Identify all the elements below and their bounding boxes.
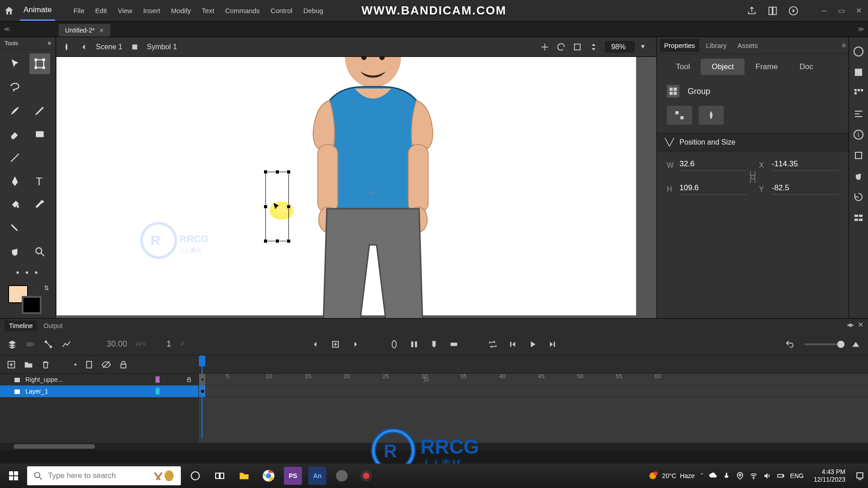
w-value[interactable]: 32.6 bbox=[679, 160, 746, 171]
selection-tool[interactable] bbox=[5, 53, 25, 74]
chrome-icon-2[interactable] bbox=[333, 467, 351, 485]
frame-strip-1[interactable] bbox=[199, 385, 868, 397]
timeline-zoom-slider[interactable] bbox=[805, 343, 841, 345]
inner-tab-frame[interactable]: Frame bbox=[745, 59, 788, 75]
tools-menu-icon[interactable]: ≡ bbox=[47, 40, 51, 47]
handle-se[interactable] bbox=[287, 239, 291, 243]
selection-bounding-box[interactable] bbox=[265, 172, 289, 241]
handle-sw[interactable] bbox=[264, 239, 268, 243]
layer-row-1[interactable]: Layer_1 bbox=[0, 385, 868, 397]
hand-tool[interactable] bbox=[5, 241, 25, 262]
text-tool[interactable]: T bbox=[29, 171, 50, 192]
keyframe-cell-1[interactable] bbox=[199, 385, 205, 397]
tray-chevron-icon[interactable]: ˄ bbox=[700, 472, 703, 479]
layer-parenting-icon[interactable] bbox=[43, 339, 53, 349]
layer-name-1[interactable]: Layer_1 bbox=[25, 388, 48, 395]
menu-modify[interactable]: Modify bbox=[171, 7, 191, 14]
lock-aspect-icon[interactable] bbox=[749, 169, 757, 185]
step-forward-icon[interactable] bbox=[547, 339, 557, 349]
align-panel-icon[interactable] bbox=[853, 108, 864, 119]
rectangle-tool[interactable] bbox=[29, 124, 50, 145]
history-panel-icon[interactable] bbox=[853, 192, 864, 202]
tab-library[interactable]: Library bbox=[701, 39, 731, 52]
volume-icon[interactable] bbox=[763, 472, 771, 480]
symbol-icon[interactable] bbox=[130, 42, 140, 52]
bone-tool[interactable] bbox=[5, 218, 25, 239]
share-icon[interactable] bbox=[747, 6, 757, 16]
symbol-label[interactable]: Symbol 1 bbox=[147, 43, 177, 51]
scrollbar-thumb[interactable] bbox=[14, 444, 95, 449]
color-panel-icon[interactable] bbox=[853, 67, 864, 78]
layer-lock-0[interactable] bbox=[186, 376, 198, 383]
workspace-icon[interactable] bbox=[768, 6, 778, 16]
timeline-scrollbar[interactable] bbox=[0, 443, 868, 450]
current-frame[interactable]: 1 bbox=[166, 339, 171, 349]
menu-text[interactable]: Text bbox=[202, 7, 214, 14]
swatches-panel-icon[interactable] bbox=[853, 88, 864, 99]
highlight-col-icon[interactable]: • bbox=[74, 361, 77, 369]
taskbar-clock[interactable]: 4:43 PM 12/11/2023 bbox=[814, 468, 845, 483]
line-tool[interactable] bbox=[5, 147, 25, 168]
back-icon[interactable] bbox=[79, 42, 89, 52]
delete-layer-icon[interactable] bbox=[41, 360, 51, 370]
layer-menu-icon[interactable] bbox=[7, 339, 17, 349]
handle-nw[interactable] bbox=[264, 170, 268, 174]
paint-bucket-tool[interactable] bbox=[5, 194, 25, 215]
chrome-icon[interactable] bbox=[259, 467, 278, 485]
x-value[interactable]: -114.35 bbox=[772, 160, 839, 171]
loop-icon[interactable] bbox=[488, 339, 498, 349]
edit-multiple-frames-icon[interactable] bbox=[409, 339, 419, 349]
center-stage-icon[interactable] bbox=[540, 42, 550, 52]
break-apart-button[interactable] bbox=[667, 106, 692, 125]
minimize-icon[interactable]: ─ bbox=[818, 5, 830, 17]
scene-label[interactable]: Scene 1 bbox=[96, 43, 123, 51]
more-tools-icon[interactable]: • • • bbox=[0, 266, 56, 282]
insert-keyframe-icon[interactable] bbox=[330, 339, 340, 349]
convert-to-symbol-button[interactable] bbox=[698, 106, 724, 125]
keyframe-cell-0[interactable] bbox=[199, 374, 205, 385]
menu-commands[interactable]: Commands bbox=[225, 7, 260, 14]
cc-icon[interactable] bbox=[853, 46, 864, 57]
microphone-icon[interactable] bbox=[722, 472, 731, 480]
location-icon[interactable] bbox=[736, 472, 744, 480]
collapse-left-icon[interactable]: ≪ bbox=[4, 25, 10, 33]
layer-row-0[interactable]: Right_uppe... bbox=[0, 374, 868, 385]
hand-panel-icon[interactable] bbox=[853, 171, 864, 182]
start-button[interactable] bbox=[4, 467, 24, 485]
camera-icon[interactable] bbox=[25, 339, 35, 349]
prev-keyframe-icon[interactable] bbox=[311, 339, 321, 349]
cortana-icon[interactable] bbox=[186, 467, 204, 485]
step-back-icon[interactable] bbox=[508, 339, 518, 349]
zoom-stepper-icon[interactable] bbox=[589, 42, 599, 52]
position-size-header[interactable]: ╲╱ Position and Size bbox=[657, 133, 849, 151]
handle-e[interactable] bbox=[287, 205, 291, 209]
stroke-color-swatch[interactable] bbox=[22, 296, 42, 314]
onedrive-icon[interactable] bbox=[709, 472, 717, 480]
keyframe-options-icon[interactable] bbox=[449, 339, 459, 349]
phpstorm-icon[interactable]: PS bbox=[284, 467, 302, 485]
menu-edit[interactable]: Edit bbox=[95, 7, 107, 14]
search-input[interactable] bbox=[48, 471, 148, 480]
swap-colors-icon[interactable]: ⇅ bbox=[44, 284, 49, 291]
rotate-stage-icon[interactable] bbox=[556, 42, 566, 52]
lock-col-icon[interactable] bbox=[118, 360, 128, 370]
canvas[interactable]: RRRCG人人素材 bbox=[57, 57, 636, 315]
inner-tab-doc[interactable]: Doc bbox=[788, 59, 824, 75]
marker-icon[interactable] bbox=[429, 339, 439, 349]
clip-stage-icon[interactable] bbox=[572, 42, 582, 52]
add-folder-icon[interactable] bbox=[24, 360, 33, 370]
tab-close-icon[interactable]: ✕ bbox=[99, 27, 104, 34]
eraser-tool[interactable] bbox=[5, 124, 25, 145]
fit-timeline-icon[interactable] bbox=[851, 339, 861, 349]
output-tab[interactable]: Output bbox=[39, 320, 67, 331]
wifi-icon[interactable] bbox=[750, 472, 758, 480]
frame-ruler[interactable]: 5 10 15 20 25 30 35 40 45 50 55 60 bbox=[199, 356, 868, 374]
handle-s[interactable] bbox=[275, 239, 279, 243]
timeline-tab[interactable]: Timeline bbox=[5, 320, 37, 331]
handle-n[interactable] bbox=[275, 170, 279, 174]
taskbar-search[interactable] bbox=[27, 466, 181, 485]
home-icon[interactable] bbox=[4, 5, 14, 16]
visibility-col-icon[interactable] bbox=[101, 360, 111, 370]
fps-value[interactable]: 30.00 bbox=[107, 339, 127, 349]
eyedropper-tool[interactable] bbox=[29, 194, 50, 215]
